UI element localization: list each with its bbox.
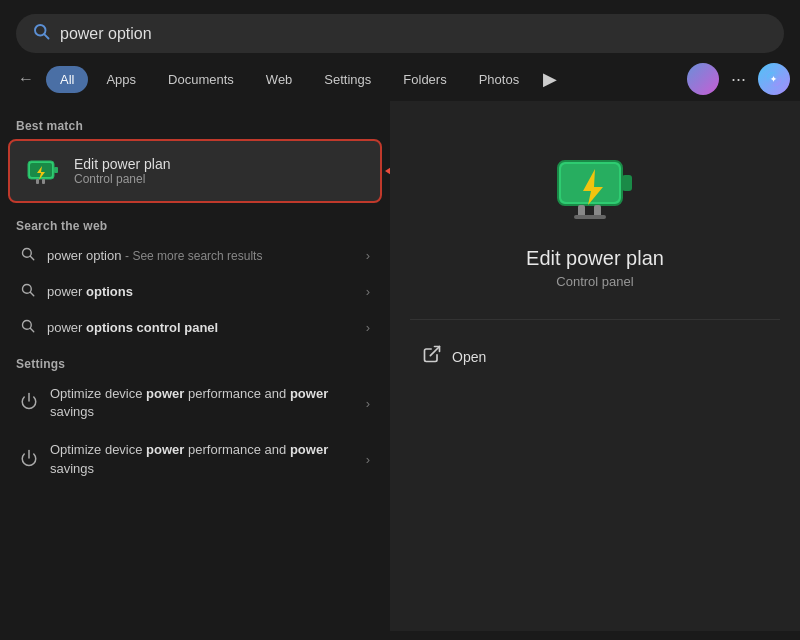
best-match-label: Best match xyxy=(0,111,390,137)
search-web-label: Search the web xyxy=(0,211,390,237)
tabs-row: ← All Apps Documents Web Settings Folder… xyxy=(0,63,800,95)
settings-item-chevron-2: › xyxy=(366,452,370,467)
right-panel: Edit power plan Control panel Open xyxy=(390,101,800,631)
best-match-title: Edit power plan xyxy=(74,156,171,172)
settings-item-text-1: Optimize device power performance and po… xyxy=(50,385,366,421)
web-item-power-options-cp[interactable]: power options control panel › xyxy=(4,309,386,345)
settings-label: Settings xyxy=(0,349,390,375)
svg-line-1 xyxy=(44,34,48,38)
search-web-icon-2 xyxy=(20,282,35,300)
right-app-icon xyxy=(550,141,640,231)
svg-line-14 xyxy=(30,328,33,331)
web-item-chevron-1: › xyxy=(366,248,370,263)
edit-power-plan-icon xyxy=(26,153,62,189)
tab-settings[interactable]: Settings xyxy=(310,66,385,93)
web-item-power-option[interactable]: power option - See more search results › xyxy=(4,237,386,273)
tab-web[interactable]: Web xyxy=(252,66,307,93)
settings-section: Settings Optimize device power performan… xyxy=(0,349,390,488)
search-web-icon-1 xyxy=(20,246,35,264)
tab-photos[interactable]: Photos xyxy=(465,66,533,93)
svg-rect-23 xyxy=(574,215,606,219)
right-app-subtitle: Control panel xyxy=(556,274,633,289)
web-item-chevron-2: › xyxy=(366,284,370,299)
best-match-item[interactable]: Edit power plan Control panel xyxy=(8,139,382,203)
svg-line-24 xyxy=(430,347,439,356)
web-item-text-3: power options control panel xyxy=(47,320,366,335)
open-icon xyxy=(422,344,442,369)
tabs-more-button[interactable]: ▶ xyxy=(537,64,563,94)
copilot-icon[interactable]: ✦ xyxy=(758,63,790,95)
search-web-section: Search the web power option - See more s… xyxy=(0,211,390,345)
best-match-text: Edit power plan Control panel xyxy=(74,156,171,186)
web-item-text-1: power option - See more search results xyxy=(47,248,366,263)
svg-rect-18 xyxy=(622,175,632,191)
tab-apps[interactable]: Apps xyxy=(92,66,150,93)
search-web-icon-3 xyxy=(20,318,35,336)
settings-item-1[interactable]: Optimize device power performance and po… xyxy=(4,375,386,431)
more-options-button[interactable]: ··· xyxy=(725,65,752,94)
web-item-power-options[interactable]: power options › xyxy=(4,273,386,309)
best-match-subtitle: Control panel xyxy=(74,172,171,186)
right-app-title: Edit power plan xyxy=(526,247,664,270)
search-bar[interactable]: power option xyxy=(16,14,784,53)
open-button[interactable]: Open xyxy=(410,336,780,377)
tab-documents[interactable]: Documents xyxy=(154,66,248,93)
web-item-chevron-3: › xyxy=(366,320,370,335)
tab-all[interactable]: All xyxy=(46,66,88,93)
settings-item-text-2: Optimize device power performance and po… xyxy=(50,441,366,477)
back-button[interactable]: ← xyxy=(10,64,42,94)
tab-folders[interactable]: Folders xyxy=(389,66,460,93)
search-icon xyxy=(32,22,50,45)
left-panel: Best match Edit power plan Control panel xyxy=(0,101,390,631)
main-content: Best match Edit power plan Control panel xyxy=(0,101,800,631)
svg-line-12 xyxy=(30,292,33,295)
svg-line-10 xyxy=(30,256,33,259)
svg-rect-8 xyxy=(42,179,45,184)
svg-text:✦: ✦ xyxy=(770,75,777,84)
web-item-text-2: power options xyxy=(47,284,366,299)
svg-rect-7 xyxy=(36,179,39,184)
open-label: Open xyxy=(452,349,486,365)
search-input-display: power option xyxy=(60,25,768,43)
user-avatar[interactable] xyxy=(687,63,719,95)
settings-item-chevron-1: › xyxy=(366,396,370,411)
settings-power-icon-2 xyxy=(20,449,38,471)
settings-item-2[interactable]: Optimize device power performance and po… xyxy=(4,431,386,487)
right-divider xyxy=(410,319,780,320)
settings-power-icon-1 xyxy=(20,392,38,414)
svg-rect-4 xyxy=(54,167,58,173)
